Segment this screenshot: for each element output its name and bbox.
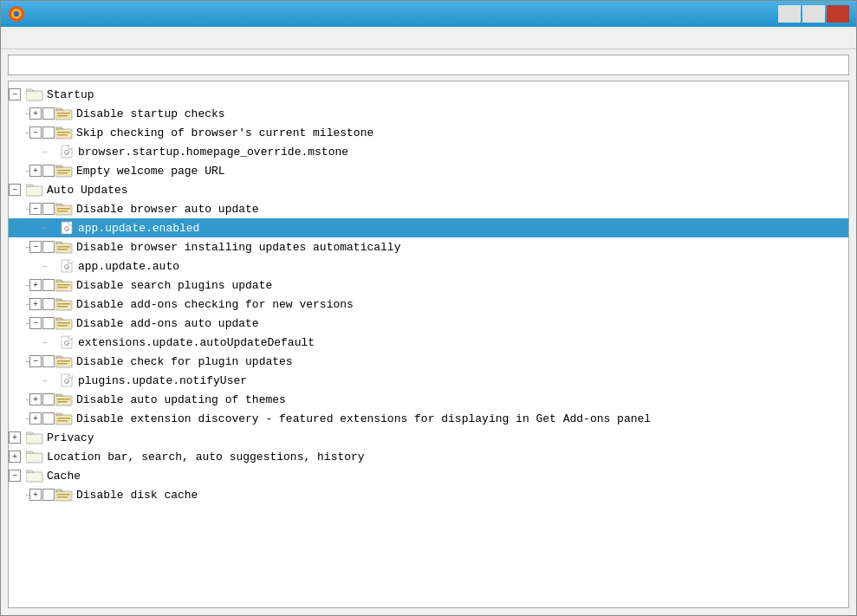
svg-rect-48 <box>57 287 68 289</box>
item-label: Privacy <box>47 431 94 444</box>
tree-item[interactable]: − Cache <box>9 466 848 485</box>
svg-marker-86 <box>26 470 34 472</box>
item-label: Disable search plugins update <box>76 279 272 292</box>
item-label: app.update.auto <box>78 260 179 273</box>
tree-scroll[interactable]: − Startup+ Disable startup checks− Skip … <box>9 81 848 607</box>
checkbox-icon[interactable] <box>42 489 55 501</box>
tree-item[interactable]: app.update.enabled <box>9 218 848 237</box>
svg-marker-20 <box>55 165 63 167</box>
svg-rect-21 <box>57 170 70 172</box>
expand-icon[interactable]: − <box>29 241 42 253</box>
tree-item[interactable]: + Empty welcome page URL <box>9 161 848 180</box>
checkbox-icon[interactable] <box>42 203 55 215</box>
expand-icon[interactable]: − <box>9 470 21 482</box>
folder-icon <box>55 164 73 178</box>
checkbox-icon[interactable] <box>42 279 55 291</box>
item-label: Disable extension discovery - featured e… <box>76 412 651 425</box>
tree-item[interactable]: + Disable auto updating of themes <box>9 390 848 409</box>
expand-icon[interactable]: + <box>29 165 42 177</box>
folder-icon <box>55 297 73 311</box>
menu-view[interactable] <box>32 36 46 41</box>
expand-icon[interactable]: + <box>29 489 42 501</box>
menu-tools[interactable] <box>46 36 60 41</box>
item-label: app.update.enabled <box>78 222 199 235</box>
tree-item[interactable]: − Disable browser installing updates aut… <box>9 237 848 256</box>
tree-item[interactable]: app.update.auto <box>9 256 848 276</box>
expand-icon[interactable]: − <box>9 184 21 196</box>
svg-rect-22 <box>57 172 68 174</box>
tree-item[interactable]: extensions.update.autoUpdateDefault <box>9 333 848 352</box>
svg-rect-75 <box>57 399 70 400</box>
checkbox-icon[interactable] <box>42 126 55 139</box>
tree-item[interactable]: plugins.update.notifyUser <box>9 371 848 390</box>
checkbox-icon[interactable] <box>42 165 55 177</box>
tree-item[interactable]: + Disable disk cache <box>9 485 848 504</box>
item-label: Empty welcome page URL <box>76 165 225 178</box>
folder-icon <box>26 88 43 101</box>
expand-icon[interactable]: + <box>9 431 21 444</box>
expand-icon[interactable]: + <box>29 298 42 310</box>
tree-item[interactable]: + Disable startup checks <box>9 104 848 123</box>
tree-item[interactable]: − Disable check for plugin updates <box>9 352 848 371</box>
checkbox-icon[interactable] <box>42 241 55 253</box>
item-label: Disable browser installing updates autom… <box>76 241 400 254</box>
menu-file[interactable] <box>4 36 18 41</box>
svg-marker-26 <box>55 204 63 205</box>
svg-rect-28 <box>57 211 68 212</box>
minimize-button[interactable] <box>778 5 801 23</box>
svg-rect-47 <box>57 284 70 286</box>
svg-rect-85 <box>26 472 42 482</box>
svg-rect-51 <box>57 303 70 305</box>
item-label: Cache <box>47 470 81 483</box>
svg-point-2 <box>14 11 19 16</box>
menu-help[interactable] <box>60 36 74 41</box>
expand-icon[interactable]: − <box>29 126 42 139</box>
svg-rect-37 <box>57 246 70 248</box>
tree-item[interactable]: + Disable add-ons checking for new versi… <box>9 295 848 314</box>
expand-icon[interactable]: − <box>9 88 21 101</box>
tree-item[interactable]: browser.startup.homepage_override.mstone <box>9 142 848 161</box>
item-label: Disable auto updating of themes <box>76 393 286 406</box>
search-bar <box>1 49 856 81</box>
checkbox-icon[interactable] <box>42 317 55 329</box>
folder-icon <box>55 202 73 216</box>
expand-icon[interactable]: + <box>29 107 42 120</box>
svg-rect-81 <box>26 434 42 444</box>
expand-icon[interactable]: + <box>9 451 21 463</box>
menu-edit[interactable] <box>18 36 32 41</box>
close-button[interactable] <box>827 5 849 23</box>
tree-item[interactable]: − Auto Updates <box>9 180 848 199</box>
folder-icon <box>55 107 73 120</box>
maximize-button[interactable] <box>802 5 825 23</box>
svg-rect-87 <box>55 491 72 501</box>
tree-item[interactable]: − Disable add-ons auto update <box>9 314 848 333</box>
expand-icon[interactable]: + <box>29 279 42 291</box>
expand-icon[interactable]: − <box>29 317 42 329</box>
checkbox-icon[interactable] <box>42 107 55 120</box>
item-label: Skip checking of browser's current miles… <box>76 126 373 139</box>
svg-rect-56 <box>57 325 68 327</box>
folder-icon <box>55 278 73 292</box>
checkbox-icon[interactable] <box>42 355 55 367</box>
tree-item[interactable]: + Disable search plugins update <box>9 276 848 295</box>
tree-item[interactable]: + Disable extension discovery - featured… <box>9 409 848 428</box>
expand-icon[interactable]: + <box>29 393 42 405</box>
tree-item[interactable]: + Privacy <box>9 428 848 447</box>
checkbox-icon[interactable] <box>42 412 55 425</box>
expand-icon[interactable]: + <box>29 412 42 425</box>
svg-marker-50 <box>55 299 63 301</box>
checkbox-icon[interactable] <box>42 298 55 310</box>
svg-rect-11 <box>57 132 70 133</box>
svg-rect-66 <box>57 363 68 365</box>
tree-item[interactable]: − Disable browser auto update <box>9 199 848 218</box>
tree-item[interactable]: + Location bar, search, auto suggestions… <box>9 447 848 466</box>
search-input[interactable] <box>8 55 849 75</box>
svg-rect-25 <box>55 205 72 215</box>
tree-item[interactable]: − Skip checking of browser's current mil… <box>9 123 848 142</box>
checkbox-icon[interactable] <box>42 393 55 405</box>
svg-rect-76 <box>57 401 68 403</box>
expand-icon[interactable]: − <box>29 355 42 367</box>
svg-marker-4 <box>26 89 34 91</box>
expand-icon[interactable]: − <box>29 203 42 215</box>
tree-item[interactable]: − Startup <box>9 85 848 104</box>
